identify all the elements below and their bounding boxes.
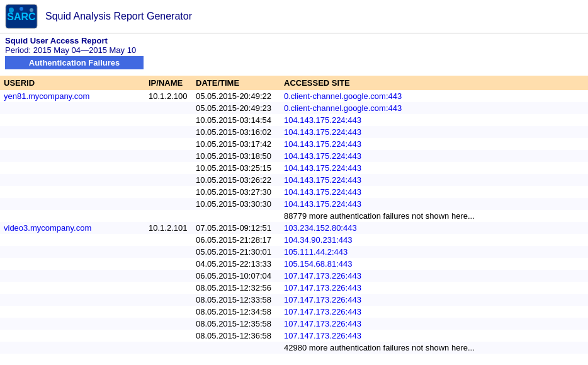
site-link[interactable]: 107.147.173.226:443 [284, 295, 361, 304]
cell-userid [0, 198, 145, 210]
cell-ip: 10.1.2.100 [145, 90, 192, 102]
table-row: 06.05.2015-21:28:17104.34.90.231:443 [0, 234, 588, 246]
cell-userid [0, 186, 145, 198]
cell-ip [145, 282, 192, 294]
table-row: 10.05.2015-03:26:22104.143.175.224:443 [0, 174, 588, 186]
cell-site[interactable]: 104.143.175.224:443 [280, 198, 588, 210]
cell-site[interactable]: 104.143.175.224:443 [280, 126, 588, 138]
cell-site[interactable]: 105.154.68.81:443 [280, 258, 588, 270]
site-link[interactable]: 104.143.175.224:443 [284, 187, 361, 197]
cell-site[interactable]: 0.client-channel.google.com:443 [280, 102, 588, 114]
cell-datetime: 07.05.2015-09:12:51 [192, 222, 280, 234]
cell-site[interactable]: 104.143.175.224:443 [280, 162, 588, 174]
cell-userid: video3.mycompany.com [0, 222, 145, 234]
site-link[interactable]: 105.111.44.2:443 [284, 247, 348, 257]
cell-datetime: 10.05.2015-03:14:54 [192, 114, 280, 126]
cell-ip [145, 186, 192, 198]
site-link[interactable]: 104.34.90.231:443 [284, 235, 352, 245]
site-link[interactable]: 107.147.173.226:443 [284, 271, 361, 281]
cell-userid [0, 102, 145, 114]
site-link[interactable]: 0.client-channel.google.com:443 [284, 103, 402, 113]
site-link[interactable]: 104.143.175.224:443 [284, 199, 361, 209]
cell-site[interactable]: 107.147.173.226:443 [280, 282, 588, 294]
userid-link[interactable]: yen81.mycompany.com [4, 91, 89, 101]
site-link[interactable]: 107.147.173.226:443 [284, 307, 361, 316]
site-link[interactable]: 0.client-channel.google.com:443 [284, 91, 402, 101]
cell-ip [145, 294, 192, 306]
cell-ip [145, 126, 192, 138]
cell-ip: 10.1.2.101 [145, 222, 192, 234]
report-info: Squid User Access Report Period: 2015 Ma… [0, 33, 588, 71]
period-label: Period: 2015 May 04 [5, 45, 81, 55]
table-row: 04.05.2015-22:13:33105.154.68.81:443 [0, 258, 588, 270]
site-link[interactable]: 105.154.68.81:443 [284, 259, 352, 269]
table-row: 08.05.2015-12:36:58107.147.173.226:443 [0, 330, 588, 342]
cell-ip [145, 198, 192, 210]
cell-site[interactable]: 104.143.175.224:443 [280, 186, 588, 198]
cell-site: 42980 more authentication failures not s… [280, 342, 588, 354]
table-row: 88779 more authentication failures not s… [0, 210, 588, 222]
table-row: 08.05.2015-12:34:58107.147.173.226:443 [0, 306, 588, 318]
site-link[interactable]: 103.234.152.80:443 [284, 223, 357, 233]
cell-userid [0, 246, 145, 258]
cell-site[interactable]: 107.147.173.226:443 [280, 318, 588, 330]
table-row: 05.05.2015-20:49:230.client-channel.goog… [0, 102, 588, 114]
userid-link[interactable]: video3.mycompany.com [4, 223, 91, 233]
site-link[interactable]: 104.143.175.224:443 [284, 151, 361, 161]
table-row: 05.05.2015-21:30:01105.111.44.2:443 [0, 246, 588, 258]
cell-userid [0, 174, 145, 186]
site-link[interactable]: 104.143.175.224:443 [284, 115, 361, 125]
cell-userid [0, 114, 145, 126]
cell-datetime: 05.05.2015-21:30:01 [192, 246, 280, 258]
cell-site[interactable]: 104.34.90.231:443 [280, 234, 588, 246]
cell-site[interactable]: 104.143.175.224:443 [280, 138, 588, 150]
site-link[interactable]: 104.143.175.224:443 [284, 127, 361, 137]
cell-site[interactable]: 105.111.44.2:443 [280, 246, 588, 258]
col-header-datetime: DATE/TIME [192, 76, 280, 90]
table-row: yen81.mycompany.com10.1.2.10005.05.2015-… [0, 90, 588, 102]
cell-datetime: 10.05.2015-03:26:22 [192, 174, 280, 186]
cell-site[interactable]: 104.143.175.224:443 [280, 150, 588, 162]
cell-userid [0, 138, 145, 150]
svg-text:SARC: SARC [7, 11, 36, 22]
table-row: 10.05.2015-03:30:30104.143.175.224:443 [0, 198, 588, 210]
svg-point-2 [9, 8, 14, 13]
site-link[interactable]: 104.143.175.224:443 [284, 139, 361, 149]
site-link[interactable]: 107.147.173.226:443 [284, 331, 361, 340]
cell-site[interactable]: 103.234.152.80:443 [280, 222, 588, 234]
cell-datetime: 08.05.2015-12:36:58 [192, 330, 280, 342]
cell-datetime: 10.05.2015-03:30:30 [192, 198, 280, 210]
cell-ip [145, 342, 192, 354]
col-header-ip: IP/NAME [145, 76, 192, 90]
auth-failures-table: USERID IP/NAME DATE/TIME ACCESSED SITE y… [0, 76, 588, 354]
cell-site[interactable]: 0.client-channel.google.com:443 [280, 90, 588, 102]
cell-ip [145, 114, 192, 126]
cell-ip [145, 174, 192, 186]
cell-ip [145, 234, 192, 246]
cell-site[interactable]: 104.143.175.224:443 [280, 174, 588, 186]
cell-ip [145, 102, 192, 114]
site-link[interactable]: 107.147.173.226:443 [284, 319, 361, 328]
table-row: 10.05.2015-03:16:02104.143.175.224:443 [0, 126, 588, 138]
cell-ip [145, 330, 192, 342]
cell-userid [0, 126, 145, 138]
table-row: 06.05.2015-10:07:04107.147.173.226:443 [0, 270, 588, 282]
cell-site[interactable]: 104.143.175.224:443 [280, 114, 588, 126]
cell-datetime: 04.05.2015-22:13:33 [192, 258, 280, 270]
cell-site[interactable]: 107.147.173.226:443 [280, 306, 588, 318]
site-link[interactable]: 104.143.175.224:443 [284, 163, 361, 173]
cell-ip [145, 318, 192, 330]
cell-site[interactable]: 107.147.173.226:443 [280, 294, 588, 306]
cell-userid: yen81.mycompany.com [0, 90, 145, 102]
cell-site[interactable]: 107.147.173.226:443 [280, 270, 588, 282]
cell-ip [145, 270, 192, 282]
cell-userid [0, 270, 145, 282]
table-row: 10.05.2015-03:17:42104.143.175.224:443 [0, 138, 588, 150]
cell-ip [145, 258, 192, 270]
cell-userid [0, 234, 145, 246]
site-link[interactable]: 104.143.175.224:443 [284, 175, 361, 185]
site-link[interactable]: 107.147.173.226:443 [284, 283, 361, 293]
cell-userid [0, 150, 145, 162]
logo-box: SARC [5, 4, 38, 29]
cell-site[interactable]: 107.147.173.226:443 [280, 330, 588, 342]
